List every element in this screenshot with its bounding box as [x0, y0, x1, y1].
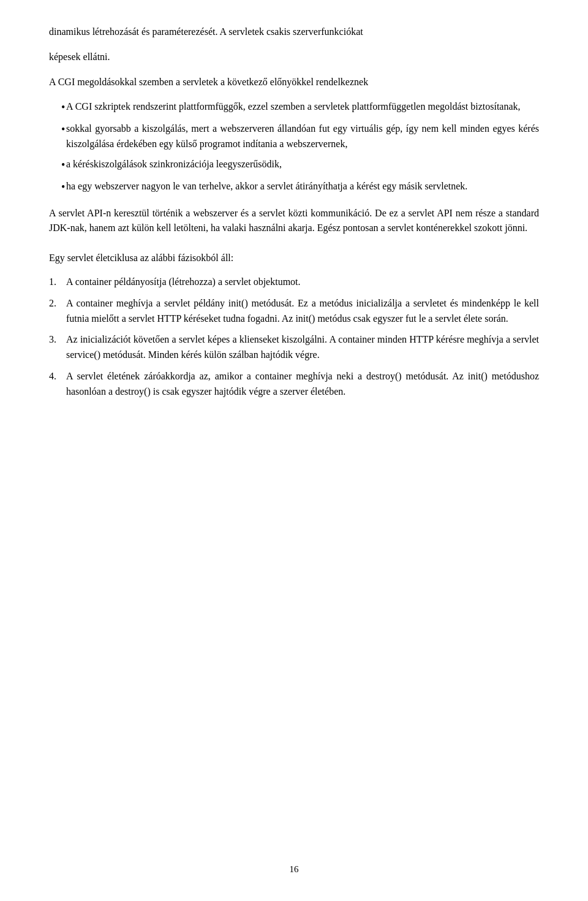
- list-item: • A CGI szkriptek rendszerint plattformf…: [49, 99, 539, 116]
- ordered-text: Az inicializációt követően a servlet kép…: [66, 332, 539, 363]
- ordered-num: 2.: [49, 296, 66, 311]
- list-item: 4. A servlet életének záróakkordja az, a…: [49, 369, 539, 400]
- ordered-num: 3.: [49, 332, 66, 348]
- intro-line1: dinamikus létrehozását és paraméterezésé…: [49, 25, 539, 40]
- section-heading: Egy servlet életciklusa az alábbi fáziso…: [49, 251, 539, 266]
- paragraph-1: A servlet API-n keresztül történik a web…: [49, 206, 539, 237]
- bullet-dot: •: [49, 157, 66, 174]
- bullet-text: A CGI szkriptek rendszerint plattformfüg…: [66, 99, 539, 115]
- ordered-list: 1. A container példányosítja (létrehozza…: [49, 275, 539, 400]
- list-item: 2. A container meghívja a servlet példán…: [49, 296, 539, 327]
- bullet-dot: •: [49, 121, 66, 139]
- ordered-num: 1.: [49, 275, 66, 290]
- list-item: • sokkal gyorsabb a kiszolgálás, mert a …: [49, 121, 539, 152]
- ordered-text: A container meghívja a servlet példány i…: [66, 296, 539, 327]
- bullet-dot: •: [49, 99, 66, 116]
- cgi-intro: A CGI megoldásokkal szemben a servletek …: [49, 75, 539, 90]
- bullet-text: sokkal gyorsabb a kiszolgálás, mert a we…: [66, 121, 539, 152]
- page-footer: 16: [0, 862, 588, 876]
- list-item: 3. Az inicializációt követően a servlet …: [49, 332, 539, 363]
- bullet-text: a kéréskiszolgálások szinkronizációja le…: [66, 157, 539, 172]
- ordered-text: A servlet életének záróakkordja az, amik…: [66, 369, 539, 400]
- page-number: 16: [290, 864, 299, 874]
- ordered-num: 4.: [49, 369, 66, 384]
- list-item: • a kéréskiszolgálások szinkronizációja …: [49, 157, 539, 174]
- ordered-text: A container példányosítja (létrehozza) a…: [66, 275, 539, 290]
- intro-line2: képesek ellátni.: [49, 50, 539, 65]
- bullet-list: • A CGI szkriptek rendszerint plattformf…: [49, 99, 539, 196]
- bullet-text: ha egy webszerver nagyon le van terhelve…: [66, 179, 539, 194]
- list-item: • ha egy webszerver nagyon le van terhel…: [49, 179, 539, 196]
- list-item: 1. A container példányosítja (létrehozza…: [49, 275, 539, 290]
- bullet-dot: •: [49, 179, 66, 196]
